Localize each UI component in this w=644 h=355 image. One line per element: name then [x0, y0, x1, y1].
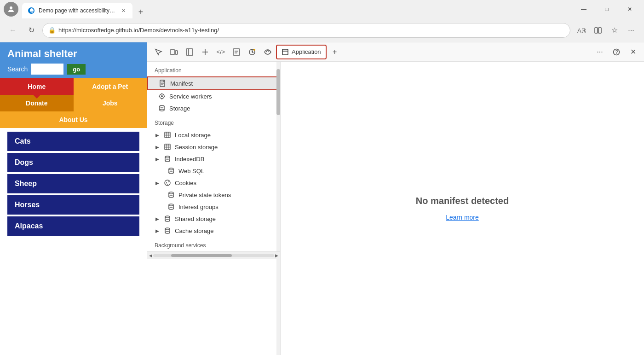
storage-cylinder-icon [158, 105, 166, 112]
interest-groups-label: Interest groups [178, 204, 273, 210]
sidebar-item-shared-storage[interactable]: ▶ Shared storage [147, 213, 280, 225]
sidebar-item-service-workers[interactable]: Service workers [147, 90, 280, 102]
maximize-button[interactable]: □ [596, 2, 617, 17]
session-storage-label: Session storage [175, 144, 218, 151]
split-screen-button[interactable] [591, 23, 605, 38]
add-tab-button[interactable]: + [328, 45, 342, 59]
address-actions: Aℝ ☆ ··· [574, 23, 638, 38]
devtools-main-panel: No manifest detected Learn more [281, 62, 644, 355]
nav-row-3: About Us [0, 111, 147, 128]
refresh-button[interactable]: ↻ [24, 23, 39, 38]
window-close-button[interactable]: ✕ [619, 2, 640, 17]
nav-row-1: Home Adopt a Pet [0, 78, 147, 95]
sidebar-item-indexeddb[interactable]: ▶ IndexedDB [147, 153, 280, 165]
application-tool-tab[interactable]: Application [276, 45, 327, 59]
cookies-label: Cookies [175, 180, 196, 186]
animal-item-sheep[interactable]: Sheep [7, 174, 139, 193]
inspect-tool-button[interactable] [151, 45, 166, 59]
devtools-body: Application Manifest Service workers [147, 62, 644, 355]
sidebar-item-cache-storage[interactable]: ▶ Cache storage [147, 225, 280, 237]
svg-point-59 [169, 208, 173, 210]
svg-text:Aℝ: Aℝ [577, 27, 586, 34]
read-aloud-button[interactable]: Aℝ [574, 23, 589, 38]
elements-tool-button[interactable] [198, 45, 213, 59]
back-button[interactable]: ← [6, 23, 20, 38]
sources-tool-button[interactable] [229, 45, 244, 59]
nav-home[interactable]: Home [0, 78, 74, 95]
sidebar-item-private-state-tokens[interactable]: Private state tokens [147, 189, 280, 201]
animal-item-dogs[interactable]: Dogs [7, 153, 139, 172]
svg-rect-6 [175, 51, 178, 54]
search-input[interactable] [31, 64, 63, 75]
sidebar-item-cookies[interactable]: ▶ Cookies [147, 177, 280, 189]
title-bar: Demo page with accessibility issu ✕ + — … [0, 0, 644, 18]
cache-storage-expand-arrow: ▶ [155, 228, 160, 233]
animal-list: Cats Dogs Sheep Horses Alpacas [0, 128, 147, 355]
url-bar[interactable]: 🔒 https://microsoftedge.github.io/Demos/… [42, 23, 570, 38]
local-storage-label: Local storage [175, 132, 211, 139]
svg-point-52 [169, 192, 173, 194]
svg-rect-4 [598, 28, 601, 33]
new-tab-button[interactable]: + [134, 6, 147, 18]
application-tab-label: Application [292, 48, 321, 55]
sidebar-item-storage[interactable]: Storage [147, 102, 280, 114]
performance-tool-button[interactable] [245, 45, 259, 59]
more-tools-button[interactable]: ··· [592, 45, 607, 59]
devtools-toolbar-right: ··· ? ✕ [592, 45, 640, 59]
svg-rect-5 [170, 50, 175, 54]
svg-point-46 [169, 172, 173, 174]
sidebar-scrollbar[interactable] [276, 62, 280, 355]
sidebar-item-local-storage[interactable]: ▶ Local storage [147, 129, 280, 141]
no-manifest-text: No manifest detected [416, 196, 509, 206]
animal-item-horses[interactable]: Horses [7, 195, 139, 215]
search-go-button[interactable]: go [67, 64, 86, 75]
devtools-close-button[interactable]: ✕ [626, 45, 640, 59]
tab-close-button[interactable]: ✕ [120, 7, 127, 14]
indexeddb-label: IndexedDB [175, 156, 204, 163]
console-tool-button[interactable]: </> [213, 45, 228, 59]
browser-frame: Demo page with accessibility issu ✕ + — … [0, 0, 644, 355]
svg-point-48 [166, 182, 167, 183]
sidebar-item-manifest[interactable]: Manifest [147, 76, 280, 90]
nav-about[interactable]: About Us [0, 111, 147, 128]
indexeddb-expand-arrow: ▶ [155, 156, 160, 162]
search-label: Search [7, 65, 28, 73]
browser-tab-active[interactable]: Demo page with accessibility issu ✕ [22, 3, 132, 18]
svg-rect-34 [165, 144, 170, 150]
profile-icon[interactable] [4, 2, 18, 17]
device-emulation-button[interactable] [167, 45, 181, 59]
sidebar-item-session-storage[interactable]: ▶ Session storage [147, 141, 280, 153]
learn-more-link[interactable]: Learn more [446, 214, 479, 221]
favorites-button[interactable]: ☆ [607, 23, 622, 38]
address-bar: ← ↻ 🔒 https://microsoftedge.github.io/De… [0, 18, 644, 42]
manifest-doc-icon [159, 80, 167, 87]
svg-point-56 [169, 204, 173, 206]
site-nav: Home Adopt a Pet Donate Jobs About Us [0, 78, 147, 128]
sidebar-hscroll[interactable]: ◀ ▶ [147, 251, 280, 259]
svg-point-63 [165, 220, 170, 221]
tab-bar: Demo page with accessibility issu ✕ + [22, 0, 573, 18]
help-button[interactable]: ? [609, 45, 624, 59]
hscroll-left-arrow[interactable]: ◀ [149, 253, 152, 258]
sidebar-item-interest-groups[interactable]: Interest groups [147, 201, 280, 213]
site-title: Animal shelter [7, 48, 139, 60]
private-state-tokens-icon [167, 191, 175, 198]
svg-point-51 [166, 183, 167, 184]
minimize-button[interactable]: — [573, 2, 594, 17]
sidebar-item-web-sql[interactable]: Web SQL [147, 165, 280, 177]
nav-adopt[interactable]: Adopt a Pet [74, 78, 147, 95]
animal-item-alpacas[interactable]: Alpacas [7, 216, 139, 236]
shared-storage-label: Shared storage [175, 215, 216, 222]
shared-storage-expand-arrow: ▶ [155, 216, 160, 221]
hscroll-right-arrow[interactable]: ▶ [275, 253, 278, 258]
svg-point-13 [253, 49, 255, 51]
interest-groups-icon [167, 203, 175, 210]
network-tool-button[interactable] [260, 45, 275, 59]
more-actions-button[interactable]: ··· [624, 23, 638, 38]
animal-item-cats[interactable]: Cats [7, 132, 139, 151]
sidebar-toggle-button[interactable] [182, 45, 197, 59]
devtools-panel: </> Application + [147, 42, 644, 355]
nav-jobs[interactable]: Jobs [74, 95, 147, 111]
service-workers-label: Service workers [169, 93, 273, 100]
url-text: https://microsoftedge.github.io/Demos/de… [58, 27, 564, 34]
